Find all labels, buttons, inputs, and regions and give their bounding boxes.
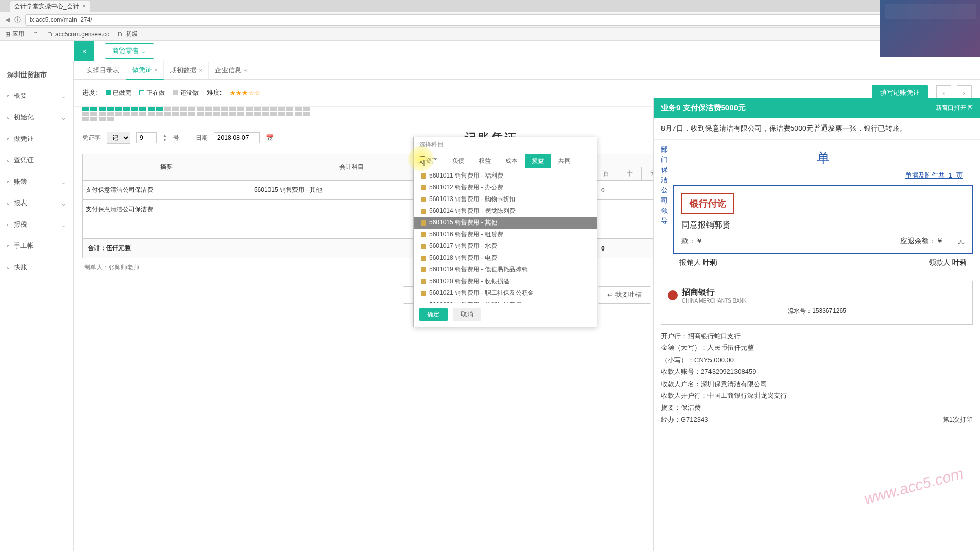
business-description: 8月7日，收到保意清洁有限公司，保洁费5000元普通发票一张，银行已转账。 [654, 118, 980, 140]
apps-button[interactable]: ⊞ 应用 [5, 30, 24, 38]
url-bar: ◀ ⓘ lx.acc5.com/main_274/ [0, 12, 980, 28]
bank-serial: 流水号：1533671265 [668, 307, 966, 315]
webcam-overlay [880, 0, 980, 57]
right-panel: 业务9 支付保洁费5000元 新窗口打开 ⇱ 8月7日，收到保意清洁有限公司，保… [653, 98, 980, 551]
progress-label: 进度: [82, 88, 97, 97]
watermark: www.acc5.com [862, 465, 965, 508]
account-item[interactable]: 5601019 销售费用 - 低值易耗品摊销 [414, 264, 597, 276]
action-button[interactable]: ↩我要吐槽 [598, 286, 651, 304]
difficulty-stars: ★★★☆☆ [230, 89, 260, 97]
bank-slip: 招商银行 CHINA MERCHANTS BANK 流水号：1533671265 [661, 281, 973, 325]
date-input[interactable] [214, 132, 260, 143]
legend-doing: 正在做 [139, 89, 165, 97]
doc-attachment-count: 单据及附件共_1_页 [673, 171, 963, 180]
tab-title: 会计学堂实操中心_会计 [14, 2, 79, 11]
sidebar: 深圳世贸超市 ▫概要⌄▫初始化⌄▫做凭证▫查凭证▫账簿⌄▫报表⌄▫报税⌄▫手工帐… [0, 61, 74, 551]
progress-bars [82, 107, 317, 121]
account-item[interactable]: 5601014 销售费用 - 视觉陈列费 [414, 205, 597, 217]
category-dropdown[interactable]: 商贸零售⌄ [105, 43, 154, 59]
browser-tab[interactable]: 会计学堂实操中心_会计 × [10, 1, 90, 12]
account-selector-popup: 选择科目 资产负债权益成本损益共同 5601011 销售费用 - 福利费5601… [413, 137, 597, 327]
confirm-button[interactable]: 确定 [419, 308, 448, 321]
sidebar-item[interactable]: ▫概要⌄ [0, 85, 74, 107]
date-label: 日期 [195, 134, 208, 142]
sidebar-item[interactable]: ▫初始化⌄ [0, 107, 74, 128]
account-item[interactable]: 5601011 销售费用 - 福利费 [414, 170, 597, 182]
doc-frame: 银行付讫 同意报销郭贤 款：￥ 应退余额：￥ 元 [673, 185, 973, 254]
document-viewer[interactable]: 部门保洁公司领导 单 单据及附件共_1_页 银行付讫 同意报销郭贤 款：￥ 应退… [654, 140, 980, 551]
approval-text: 同意报销郭贤 [681, 220, 965, 231]
close-icon[interactable]: × [82, 3, 86, 10]
tab[interactable]: 期初数据× [164, 62, 208, 79]
browser-tab-strip: 会计学堂实操中心_会计 × [0, 0, 980, 12]
sidebar-item[interactable]: ▫做凭证 [0, 128, 74, 149]
account-item[interactable]: 5601022 销售费用 - 长期待摊费用 [414, 299, 597, 303]
chevron-down-icon: ⌄ [141, 47, 146, 55]
legend-not: 还没做 [173, 89, 199, 97]
account-item[interactable]: 5601021 销售费用 - 职工社保及公积金 [414, 287, 597, 299]
tab[interactable]: 实操目录表 [80, 62, 126, 79]
sidebar-title: 深圳世贸超市 [0, 65, 74, 85]
account-category-tab[interactable]: 损益 [525, 154, 551, 168]
account-item[interactable]: 5601020 销售费用 - 收银损溢 [414, 276, 597, 287]
bank-paid-stamp: 银行付讫 [681, 193, 734, 214]
account-category-tab[interactable]: 权益 [472, 154, 498, 168]
app-header: « 商贸零售⌄ 张师师老师 (SVIP会员) [0, 41, 980, 61]
difficulty-label: 难度: [207, 88, 222, 97]
doc-title: 单 [673, 149, 973, 167]
account-list[interactable]: 5601011 销售费用 - 福利费5601012 销售费用 - 办公费5601… [414, 170, 597, 303]
account-category-tab[interactable]: 共同 [552, 154, 577, 168]
voucher-type-label: 凭证字 [82, 134, 101, 142]
close-icon[interactable]: × [199, 67, 202, 73]
bank-name: 招商银行 [682, 287, 747, 298]
new-window-button[interactable]: 新窗口打开 ⇱ [936, 104, 973, 112]
right-panel-header: 业务9 支付保洁费5000元 新窗口打开 ⇱ [654, 98, 980, 118]
number-down-icon[interactable]: ▼ [163, 138, 167, 142]
account-item[interactable]: 5601012 销售费用 - 办公费 [414, 182, 597, 193]
legend-done: 已做完 [106, 89, 131, 97]
tab[interactable]: 做凭证× [126, 61, 164, 80]
bank-logo-icon [668, 290, 678, 300]
url-input[interactable]: lx.acc5.com/main_274/ [25, 14, 975, 26]
bookmark-item[interactable]: 🗋 初级 [117, 30, 138, 38]
close-icon[interactable]: × [243, 67, 247, 73]
transfer-info: 开户行：招商银行蛇口支行 金额（大写）：人民币伍仟元整 （小写）：CNY5,00… [661, 330, 973, 425]
sidebar-item[interactable]: ▫报税⌄ [0, 214, 74, 235]
sidebar-item[interactable]: ▫账簿⌄ [0, 171, 74, 192]
sidebar-item[interactable]: ▫快账 [0, 257, 74, 278]
back-icon[interactable]: ◀ [5, 16, 10, 23]
bank-name-en: CHINA MERCHANTS BANK [682, 298, 747, 304]
total-label: 合计：伍仟元整 [83, 239, 453, 258]
info-icon[interactable]: ⓘ [14, 15, 21, 24]
bookmark-item[interactable]: 🗋 acc5com.gensee.cc [47, 31, 109, 38]
close-icon[interactable]: × [154, 67, 157, 73]
popup-title: 选择科目 [414, 137, 597, 152]
account-item[interactable]: 5601017 销售费用 - 水费 [414, 240, 597, 252]
number-suffix: 号 [173, 134, 179, 142]
account-item[interactable]: 5601016 销售费用 - 租赁费 [414, 229, 597, 240]
tab[interactable]: 企业信息× [209, 62, 253, 79]
collapse-sidebar-button[interactable]: « [74, 41, 94, 61]
account-category-tabs: 资产负债权益成本损益共同 [414, 152, 597, 170]
tab-bar: 实操目录表做凭证×期初数据×企业信息× [74, 61, 980, 80]
voucher-type-select[interactable]: 记 [107, 132, 130, 144]
account-item[interactable]: 5601013 销售费用 - 购物卡折扣 [414, 193, 597, 205]
sidebar-item[interactable]: ▫手工帐 [0, 235, 74, 257]
account-category-tab[interactable]: 负债 [446, 154, 471, 168]
bookmark-bar: ⊞ 应用 🗋 🗋 acc5com.gensee.cc 🗋 初级 [0, 28, 980, 41]
sidebar-item[interactable]: ▫查凭证 [0, 149, 74, 171]
account-category-tab[interactable]: 资产 [419, 154, 445, 168]
doc-persons: 报销人 叶莉 领款人 叶莉 [673, 254, 973, 271]
expand-icon: ⇱ [968, 104, 973, 111]
sidebar-item[interactable]: ▫报表⌄ [0, 192, 74, 214]
account-item[interactable]: 5601018 销售费用 - 电费 [414, 252, 597, 264]
cancel-button[interactable]: 取消 [453, 308, 481, 321]
col-summary: 摘要 [83, 154, 251, 181]
account-category-tab[interactable]: 成本 [499, 154, 524, 168]
account-item[interactable]: 5601015 销售费用 - 其他 [414, 217, 597, 229]
calendar-icon[interactable]: 📅 [266, 134, 274, 141]
number-up-icon[interactable]: ▲ [163, 133, 167, 138]
bookmark-item[interactable]: 🗋 [33, 31, 39, 38]
voucher-number-input[interactable] [136, 132, 157, 143]
doc-side-chars: 部门保洁公司领导 [661, 145, 668, 271]
